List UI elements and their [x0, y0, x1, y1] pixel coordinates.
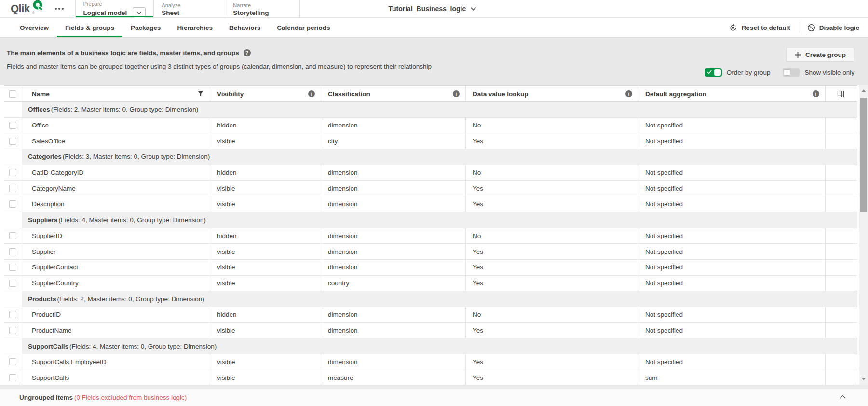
- cell-name[interactable]: SupportCalls.EmployeeID: [22, 354, 210, 370]
- cell-visibility[interactable]: visible: [210, 196, 321, 212]
- cell-name[interactable]: CategoryName: [22, 181, 210, 196]
- cell-name[interactable]: ProductName: [22, 323, 210, 338]
- cell-name[interactable]: SupportCalls: [22, 370, 210, 385]
- group-header-row[interactable]: Offices(Fields: 2, Master items: 0, Grou…: [4, 102, 857, 118]
- info-icon[interactable]: [308, 90, 315, 97]
- row-checkbox[interactable]: [9, 264, 16, 271]
- cell-data-value-lookup[interactable]: No: [466, 307, 638, 322]
- table-row[interactable]: SupportCalls.EmployeeIDvisibledimensionY…: [4, 354, 857, 370]
- cell-visibility[interactable]: hidden: [210, 307, 321, 322]
- cell-name[interactable]: SupplierID: [22, 228, 210, 244]
- cell-classification[interactable]: dimension: [321, 260, 466, 275]
- cell-classification[interactable]: dimension: [321, 228, 466, 244]
- row-checkbox[interactable]: [9, 311, 16, 318]
- table-row[interactable]: ProductIDhiddendimensionNoNot specified: [4, 307, 857, 323]
- tab-fields-and-groups[interactable]: Fields & groups: [57, 18, 122, 37]
- prepare-dropdown-button[interactable]: [133, 7, 146, 18]
- scroll-up-arrow[interactable]: [859, 87, 868, 95]
- cell-default-aggregation[interactable]: Not specified: [638, 196, 826, 212]
- table-row[interactable]: ProductNamevisibledimensionYesNot specif…: [4, 323, 857, 339]
- group-header-row[interactable]: Categories(Fields: 3, Master items: 0, G…: [4, 149, 857, 165]
- cell-default-aggregation[interactable]: Not specified: [638, 118, 826, 133]
- cell-name[interactable]: CatID-CategoryID: [22, 165, 210, 181]
- row-checkbox[interactable]: [9, 185, 16, 192]
- col-header-grid[interactable]: [826, 86, 856, 101]
- row-checkbox[interactable]: [9, 374, 16, 381]
- row-checkbox[interactable]: [9, 232, 16, 239]
- cell-data-value-lookup[interactable]: Yes: [466, 260, 638, 275]
- cell-classification[interactable]: dimension: [321, 244, 466, 259]
- more-menu-button[interactable]: [55, 0, 64, 17]
- cell-visibility[interactable]: visible: [210, 354, 321, 370]
- table-row[interactable]: CategoryNamevisibledimensionYesNot speci…: [4, 181, 857, 196]
- table-row[interactable]: OfficehiddendimensionNoNot specified: [4, 118, 857, 134]
- row-checkbox[interactable]: [9, 327, 16, 334]
- group-header-row[interactable]: Suppliers(Fields: 4, Master items: 0, Gr…: [4, 212, 857, 228]
- scrollbar-thumb[interactable]: [860, 98, 867, 212]
- cell-data-value-lookup[interactable]: Yes: [466, 323, 638, 338]
- info-icon[interactable]: [453, 90, 460, 97]
- cell-visibility[interactable]: hidden: [210, 165, 321, 181]
- col-header-classification[interactable]: Classification: [321, 86, 466, 101]
- row-checkbox[interactable]: [9, 248, 16, 255]
- cell-name[interactable]: ProductID: [22, 307, 210, 322]
- help-icon[interactable]: [244, 49, 251, 56]
- cell-default-aggregation[interactable]: Not specified: [638, 181, 826, 196]
- cell-visibility[interactable]: visible: [210, 244, 321, 259]
- cell-visibility[interactable]: visible: [210, 133, 321, 149]
- cell-data-value-lookup[interactable]: Yes: [466, 196, 638, 212]
- cell-default-aggregation[interactable]: Not specified: [638, 276, 826, 291]
- cell-data-value-lookup[interactable]: No: [466, 165, 638, 181]
- cell-classification[interactable]: dimension: [321, 323, 466, 338]
- cell-visibility[interactable]: visible: [210, 181, 321, 196]
- cell-default-aggregation[interactable]: sum: [638, 370, 826, 385]
- show-visible-only-toggle[interactable]: [783, 68, 800, 77]
- cell-default-aggregation[interactable]: Not specified: [638, 354, 826, 370]
- cell-visibility[interactable]: visible: [210, 323, 321, 338]
- reset-to-default-button[interactable]: Reset to default: [729, 24, 790, 32]
- group-header-row[interactable]: Products(Fields: 2, Master items: 0, Gro…: [4, 291, 857, 307]
- nav-section-prepare[interactable]: Prepare Logical model: [76, 0, 154, 17]
- table-row[interactable]: SuppliervisibledimensionYesNot specified: [4, 244, 857, 260]
- table-row[interactable]: SupplierIDhiddendimensionNoNot specified: [4, 228, 857, 244]
- row-checkbox[interactable]: [9, 280, 16, 287]
- cell-default-aggregation[interactable]: Not specified: [638, 323, 826, 338]
- cell-data-value-lookup[interactable]: Yes: [466, 354, 638, 370]
- cell-name[interactable]: SupplierCountry: [22, 276, 210, 291]
- cell-name[interactable]: Supplier: [22, 244, 210, 259]
- cell-default-aggregation[interactable]: Not specified: [638, 307, 826, 322]
- vertical-scrollbar[interactable]: [859, 85, 868, 385]
- cell-classification[interactable]: dimension: [321, 307, 466, 322]
- create-group-button[interactable]: Create group: [786, 48, 854, 62]
- nav-section-narrate[interactable]: Narrate Storytelling: [225, 0, 300, 17]
- select-all-checkbox[interactable]: [9, 90, 16, 98]
- col-header-data-value-lookup[interactable]: Data value lookup: [466, 86, 638, 101]
- order-by-group-toggle[interactable]: [705, 68, 722, 77]
- cell-default-aggregation[interactable]: Not specified: [638, 133, 826, 149]
- col-header-default-aggregation[interactable]: Default aggregation: [638, 86, 826, 101]
- cell-data-value-lookup[interactable]: No: [466, 118, 638, 133]
- cell-data-value-lookup[interactable]: Yes: [466, 133, 638, 149]
- cell-visibility[interactable]: visible: [210, 276, 321, 291]
- cell-classification[interactable]: dimension: [321, 181, 466, 196]
- cell-data-value-lookup[interactable]: No: [466, 228, 638, 244]
- cell-classification[interactable]: dimension: [321, 165, 466, 181]
- col-header-name[interactable]: Name: [22, 86, 210, 101]
- cell-classification[interactable]: country: [321, 276, 466, 291]
- cell-default-aggregation[interactable]: Not specified: [638, 165, 826, 181]
- table-row[interactable]: CatID-CategoryIDhiddendimensionNoNot spe…: [4, 165, 857, 181]
- tab-overview[interactable]: Overview: [12, 18, 57, 37]
- table-row[interactable]: DescriptionvisibledimensionYesNot specif…: [4, 196, 857, 212]
- cell-name[interactable]: SupplierContact: [22, 260, 210, 275]
- cell-default-aggregation[interactable]: Not specified: [638, 260, 826, 275]
- group-header-row[interactable]: SupportCalls(Fields: 4, Master items: 0,…: [4, 338, 857, 354]
- nav-section-analyze[interactable]: Analyze Sheet: [154, 0, 225, 17]
- scroll-down-arrow[interactable]: [859, 375, 868, 383]
- col-header-visibility[interactable]: Visibility: [210, 86, 321, 101]
- info-icon[interactable]: [813, 90, 819, 97]
- cell-data-value-lookup[interactable]: Yes: [466, 244, 638, 259]
- cell-classification[interactable]: dimension: [321, 354, 466, 370]
- cell-classification[interactable]: measure: [321, 370, 466, 385]
- cell-data-value-lookup[interactable]: Yes: [466, 370, 638, 385]
- cell-data-value-lookup[interactable]: Yes: [466, 276, 638, 291]
